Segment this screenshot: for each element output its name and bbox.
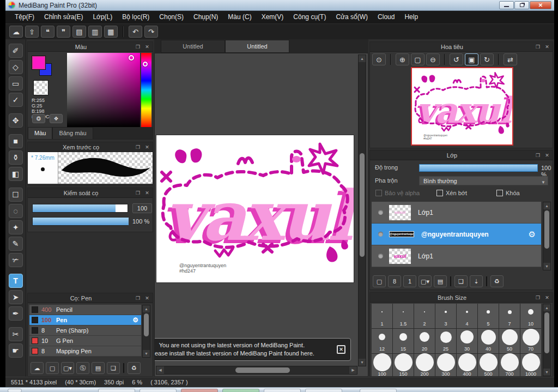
cloud-brush-button[interactable]: ☁ bbox=[31, 362, 44, 374]
hue-slider[interactable] bbox=[141, 53, 151, 127]
scroll-down-icon[interactable]: ▼ bbox=[359, 359, 366, 366]
comment-button[interactable]: ❝ bbox=[41, 26, 54, 38]
undo-button[interactable]: ↶ bbox=[129, 26, 142, 38]
brush-size-cell[interactable]: 12 bbox=[372, 329, 392, 353]
select-pen-tool[interactable]: ✎ bbox=[9, 237, 23, 251]
brush-size-cell[interactable]: 100 bbox=[372, 354, 392, 377]
palette-button[interactable]: ❂ bbox=[32, 114, 45, 123]
notification-line2[interactable]: Please install the latest version of Med… bbox=[154, 349, 337, 358]
brush-size-scrollbar[interactable]: ▲ ▼ bbox=[543, 304, 551, 376]
menu-item[interactable]: Chọn(S) bbox=[154, 11, 189, 23]
brush-size-cell[interactable]: 1 bbox=[372, 304, 392, 328]
canvas-vertical-scrollbar[interactable]: ▲ ▼ bbox=[358, 55, 366, 366]
menu-item[interactable]: Cloud bbox=[373, 11, 399, 23]
foreground-color-swatch[interactable] bbox=[32, 56, 45, 69]
merge-layer-button[interactable]: ⇣ bbox=[470, 275, 483, 287]
saturation-value-picker[interactable] bbox=[67, 53, 140, 127]
delete-layer-button[interactable]: ♻ bbox=[490, 275, 504, 287]
brush-folder-button[interactable]: ▤ bbox=[92, 362, 105, 374]
brush-list-scrollbar[interactable]: ▲ ▼ bbox=[142, 305, 150, 358]
popout-icon[interactable]: ❐ bbox=[534, 44, 542, 50]
scroll-left-icon[interactable]: ◀ bbox=[156, 366, 164, 374]
brush-size-cell[interactable]: 50 bbox=[499, 329, 520, 353]
brush-size-cell[interactable]: 40 bbox=[478, 329, 499, 353]
visibility-dot-icon[interactable] bbox=[378, 254, 383, 258]
brush-item[interactable]: 8 Pen (Sharp) ⚙ bbox=[29, 325, 141, 336]
layer-row[interactable]: vaxul Lớp1 ⚙ bbox=[372, 202, 541, 224]
menu-item[interactable]: Chỉnh sửa(E) bbox=[39, 11, 88, 23]
flip-button[interactable]: ⇄ bbox=[504, 53, 517, 65]
brush-size-cell[interactable]: 10 bbox=[520, 304, 541, 328]
checkbox-icon[interactable] bbox=[436, 190, 443, 196]
hand-tool[interactable]: ☛ bbox=[9, 343, 23, 358]
brush-size-cell[interactable]: 25 bbox=[435, 329, 456, 353]
history-button[interactable]: ▥ bbox=[88, 26, 102, 38]
material-button[interactable]: ▦ bbox=[104, 26, 118, 38]
canvas-horizontal-scrollbar[interactable]: ◀ ▶ bbox=[156, 366, 357, 375]
brush-size-cell[interactable]: 150 bbox=[393, 354, 414, 377]
brush-size-cell[interactable]: 70 bbox=[520, 329, 541, 353]
hue-marker[interactable] bbox=[143, 62, 148, 67]
scroll-thumb[interactable] bbox=[544, 210, 549, 249]
gradient-tool[interactable]: ◧ bbox=[9, 167, 23, 181]
panel-close-icon[interactable]: ✕ bbox=[143, 44, 151, 50]
menu-item[interactable]: Tệp(F) bbox=[10, 11, 39, 23]
scroll-right-icon[interactable]: ▶ bbox=[349, 366, 357, 374]
add-brush-menu-button[interactable]: ▢▾ bbox=[61, 362, 74, 374]
duplicate-brush-button[interactable]: ❏ bbox=[107, 362, 120, 374]
canvas-viewport[interactable]: You are not using the latest version of … bbox=[154, 53, 368, 377]
bucket-fill-tool[interactable]: ⚱ bbox=[9, 150, 23, 165]
restore-button[interactable] bbox=[514, 1, 529, 9]
brush-item[interactable]: 10 G Pen ⚙ bbox=[29, 336, 141, 346]
move-tool[interactable]: ✥ bbox=[9, 113, 23, 128]
windows-taskbar[interactable] bbox=[0, 387, 558, 392]
document-button[interactable]: ▤ bbox=[72, 26, 86, 38]
scroll-down-icon[interactable]: ▼ bbox=[543, 369, 550, 376]
popout-icon[interactable]: ❐ bbox=[134, 190, 142, 196]
layer-checkbox[interactable]: Xén bớt bbox=[436, 190, 467, 196]
menu-item[interactable]: Help bbox=[399, 11, 423, 23]
eyedropper-tool[interactable]: ✒ bbox=[9, 306, 23, 321]
popout-icon[interactable]: ❐ bbox=[134, 144, 142, 150]
brush-size-cell[interactable]: 3 bbox=[435, 304, 456, 328]
notification-close-button[interactable]: ✕ bbox=[337, 345, 345, 354]
menu-item[interactable]: Lớp(L) bbox=[88, 11, 117, 23]
panel-close-icon[interactable]: ✕ bbox=[543, 295, 551, 300]
palette-swap-button[interactable]: ❖ bbox=[50, 114, 63, 123]
scroll-thumb[interactable] bbox=[235, 367, 290, 373]
rotate-left-button[interactable]: ↺ bbox=[450, 53, 463, 65]
gear-icon[interactable]: ⚙ bbox=[529, 230, 536, 239]
message-button[interactable]: ❞ bbox=[57, 26, 70, 38]
brush-size-cell[interactable]: 30 bbox=[457, 329, 477, 353]
taskbar-button[interactable] bbox=[98, 389, 135, 392]
redo-button[interactable]: ↷ bbox=[144, 26, 158, 38]
select-rect-tool[interactable]: ☐ bbox=[9, 188, 23, 202]
add-brush-button[interactable]: ▢ bbox=[46, 362, 59, 374]
brush-size-cell[interactable]: 20 bbox=[414, 329, 435, 353]
brush-item[interactable]: 100 Pen ⚙ bbox=[29, 315, 141, 325]
brush-opacity-slider[interactable] bbox=[32, 217, 128, 226]
taskbar-button[interactable] bbox=[305, 389, 342, 392]
gear-icon[interactable]: ⚙ bbox=[132, 316, 138, 324]
script-brush-button[interactable]: Ⓢ bbox=[76, 362, 89, 374]
popout-icon[interactable]: ❐ bbox=[534, 153, 542, 158]
layer-list-scrollbar[interactable]: ▲ ▼ bbox=[543, 202, 551, 270]
brush-size-cell[interactable]: 300 bbox=[435, 354, 456, 377]
layer-folder-button[interactable]: ▤ bbox=[434, 275, 447, 287]
new-8bit-layer-button[interactable]: 8 bbox=[388, 275, 401, 287]
duplicate-layer-button[interactable]: ❏ bbox=[454, 275, 468, 287]
brush-item[interactable]: 8 Mapping Pen ⚙ bbox=[29, 346, 141, 357]
eraser-tool[interactable]: ◇ bbox=[9, 60, 23, 74]
checkbox-icon[interactable] bbox=[496, 190, 503, 196]
layer-checkbox[interactable]: Khóa bbox=[496, 190, 520, 196]
panel-close-icon[interactable]: ✕ bbox=[143, 190, 151, 196]
share-button[interactable]: ⇧ bbox=[25, 26, 39, 38]
panel-close-icon[interactable]: ✕ bbox=[143, 144, 151, 150]
taskbar-button[interactable] bbox=[140, 389, 177, 392]
panel-close-icon[interactable]: ✕ bbox=[543, 44, 551, 50]
visibility-dot-icon[interactable] bbox=[378, 232, 383, 237]
select-eraser-tool[interactable]: ✃ bbox=[9, 253, 23, 267]
taskbar-button[interactable] bbox=[264, 389, 301, 392]
menu-item[interactable]: Màu (C) bbox=[223, 11, 256, 23]
brush-size-slider[interactable] bbox=[32, 204, 128, 213]
